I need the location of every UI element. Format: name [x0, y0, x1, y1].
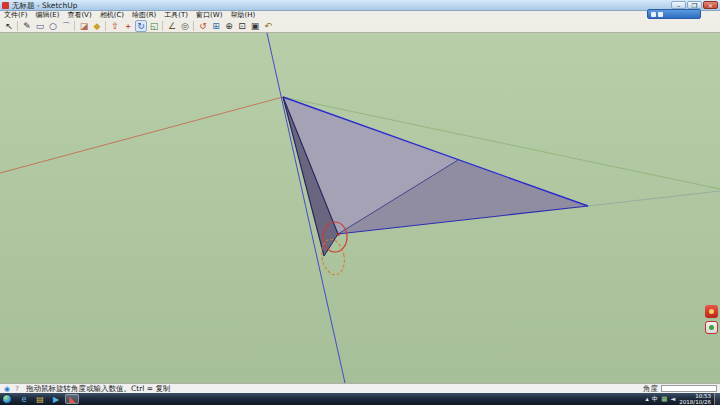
menu-window[interactable]: 窗口(W) [192, 11, 226, 20]
pan-tool-icon[interactable]: ⊞ [210, 20, 222, 32]
volume-tray-icon[interactable]: ◄ [670, 394, 675, 404]
rotation-center-point [337, 233, 340, 236]
push-pull-icon[interactable]: ⇧ [109, 20, 121, 32]
windows-taskbar: e ▤ ▶ ◣ ▴ 中 ▦ ◄ 10:53 2018/10/26 [0, 393, 720, 405]
widget-icon [658, 12, 663, 17]
toolbar-separator [17, 21, 18, 31]
arc-tool-icon[interactable]: ⌒ [60, 20, 72, 32]
move-tool-icon[interactable]: ＋ [122, 20, 134, 32]
menu-file[interactable]: 文件(F) [0, 11, 32, 20]
menu-camera[interactable]: 相机(C) [96, 11, 128, 20]
paint-bucket-icon[interactable]: ◆ [91, 20, 103, 32]
zoom-tool-icon[interactable]: ⊕ [223, 20, 235, 32]
toolbar-separator [162, 21, 163, 31]
rectangle-tool-icon[interactable]: ▭ [34, 20, 46, 32]
measurement-input[interactable] [661, 385, 717, 392]
measurement-label: 角度 [643, 384, 658, 394]
sketchup-taskbar-icon[interactable]: ◣ [65, 394, 79, 404]
floating-ad-icons [705, 305, 718, 334]
zoom-window-icon[interactable]: ⊡ [236, 20, 248, 32]
maximize-button[interactable]: ❐ [687, 1, 702, 9]
status-bar: ◉ ? 拖动鼠标旋转角度或输入数值。Ctrl = 复制 角度 [0, 383, 720, 393]
taskbar-clock[interactable]: 10:53 2018/10/26 [679, 393, 711, 405]
toolbar-separator [105, 21, 106, 31]
minimize-button[interactable]: – [671, 1, 686, 9]
system-tray: ▴ 中 ▦ ◄ [645, 394, 675, 404]
eraser-tool-icon[interactable]: ◪ [78, 20, 90, 32]
tool-bar: ↖ ✎ ▭ ○ ⌒ ◪ ◆ ⇧ ＋ ↻ ◱ ∠ ◎ ↺ ⊞ ⊕ ⊡ ▣ ↶ [0, 20, 720, 33]
title-bar[interactable]: 无标题 - SketchUp – ❐ × [0, 0, 720, 11]
zoom-extents-icon[interactable]: ▣ [249, 20, 261, 32]
previous-view-icon[interactable]: ↶ [262, 20, 274, 32]
sketchup-window: 无标题 - SketchUp – ❐ × 文件(F) 编辑(E) 查看(V) 相… [0, 0, 720, 405]
line-tool-icon[interactable]: ✎ [21, 20, 33, 32]
red-axis [0, 97, 283, 173]
clock-date: 2018/10/26 [679, 399, 711, 405]
offset-tool-icon[interactable]: ◎ [179, 20, 191, 32]
menu-bar: 文件(F) 编辑(E) 查看(V) 相机(C) 绘图(R) 工具(T) 窗口(W… [0, 11, 720, 20]
media-player-icon[interactable]: ▶ [49, 394, 63, 404]
rotate-tool-icon[interactable]: ↻ [135, 20, 147, 32]
floating-ad-icon[interactable] [705, 321, 718, 334]
hidden-icons-chevron[interactable]: ▴ [645, 394, 648, 404]
top-right-toolbar[interactable] [647, 9, 701, 19]
start-button[interactable] [2, 394, 12, 404]
app-icon [2, 2, 9, 9]
widget-icon [651, 12, 656, 17]
model-viewport[interactable] [0, 33, 720, 383]
show-desktop-button[interactable] [714, 393, 720, 405]
window-title: 无标题 - SketchUp [12, 0, 78, 11]
tape-measure-icon[interactable]: ∠ [166, 20, 178, 32]
explorer-icon[interactable]: ▤ [33, 394, 47, 404]
toolbar-separator [74, 21, 75, 31]
menu-view[interactable]: 查看(V) [63, 11, 95, 20]
scale-tool-icon[interactable]: ◱ [148, 20, 160, 32]
select-tool-icon[interactable]: ↖ [3, 20, 15, 32]
menu-tools[interactable]: 工具(T) [160, 11, 192, 20]
menu-edit[interactable]: 编辑(E) [32, 11, 64, 20]
geolocation-icon[interactable]: ◉ [3, 385, 11, 393]
menu-draw[interactable]: 绘图(R) [128, 11, 160, 20]
network-tray-icon[interactable]: ▦ [661, 394, 667, 404]
circle-tool-icon[interactable]: ○ [47, 20, 59, 32]
orbit-tool-icon[interactable]: ↺ [197, 20, 209, 32]
menu-help[interactable]: 帮助(H) [226, 11, 259, 20]
floating-ad-icon[interactable] [705, 305, 718, 318]
status-hint: 拖动鼠标旋转角度或输入数值。Ctrl = 复制 [26, 384, 170, 394]
ie-icon[interactable]: e [17, 394, 31, 404]
ime-tray-icon[interactable]: 中 [652, 394, 659, 404]
help-icon[interactable]: ? [13, 385, 21, 393]
model-canvas[interactable] [0, 33, 720, 383]
close-button[interactable]: × [703, 1, 718, 9]
edge-extension-line [588, 191, 720, 206]
toolbar-separator [193, 21, 194, 31]
